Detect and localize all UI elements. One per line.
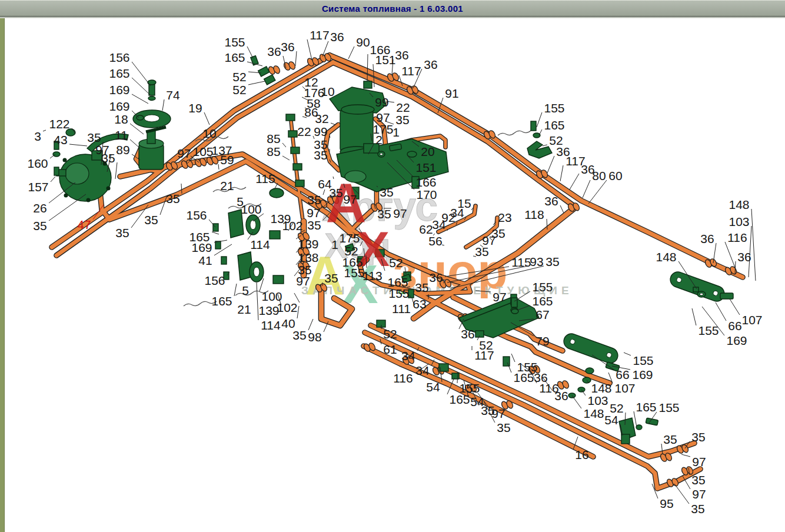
part-number-label[interactable]: 35 (691, 473, 705, 487)
part-number-label[interactable]: 35 (115, 226, 129, 240)
part-number-label[interactable]: 5 (242, 284, 249, 297)
part-number-label[interactable]: 52 (389, 256, 403, 270)
part-number-label[interactable]: 118 (524, 208, 544, 221)
part-number-label[interactable]: 36 (281, 40, 294, 54)
part-number-label[interactable]: 35 (33, 219, 46, 232)
part-number-label[interactable]: 34 (432, 218, 446, 231)
part-number-label[interactable]: 148 (591, 381, 611, 395)
part-number-label[interactable]: 97 (343, 192, 357, 206)
part-number-label[interactable]: 35 (144, 213, 158, 227)
part-number-label[interactable]: 15 (457, 197, 471, 210)
part-number-label[interactable]: 26 (33, 201, 46, 215)
strap-plate-lower[interactable] (561, 331, 620, 365)
part-number-label[interactable]: 169 (726, 334, 747, 347)
part-number-label[interactable]: 139 (298, 237, 318, 251)
part-number-label[interactable]: 155 (698, 324, 719, 337)
part-number-label[interactable]: 155 (544, 101, 564, 115)
part-number-label[interactable]: 52 (232, 70, 246, 84)
part-number-label[interactable]: 155 (658, 401, 679, 414)
part-number-label[interactable]: 52 (383, 327, 397, 341)
part-number-label[interactable]: 36 (700, 232, 714, 245)
part-number-label[interactable]: 139 (258, 304, 279, 317)
part-number-label[interactable]: 117 (474, 348, 494, 362)
part-number-label[interactable]: 1 (392, 125, 400, 139)
part-number-label[interactable]: 67 (535, 308, 549, 321)
part-number-label[interactable]: 23 (498, 211, 511, 224)
part-number-label[interactable]: 36 (395, 48, 408, 62)
part-number-label[interactable]: 115 (255, 172, 275, 185)
part-number-label[interactable]: 155 (532, 280, 553, 294)
part-number-label[interactable]: 47 (77, 218, 91, 231)
fuel-system-diagram[interactable]: Аргус Ход А Х знор ЗАПЧАСТИ & КОМПЛЕКТУЮ… (0, 0, 785, 532)
part-number-label[interactable]: 56 (428, 234, 442, 248)
part-number-label[interactable]: 103 (729, 215, 749, 228)
part-number-label[interactable]: 80 (592, 169, 606, 182)
part-number-label[interactable]: 21 (237, 302, 251, 316)
part-number-label[interactable]: 20 (421, 145, 434, 158)
part-number-label[interactable]: 10 (321, 85, 334, 98)
part-number-label[interactable]: 35 (307, 193, 321, 207)
part-number-label[interactable]: 117 (310, 28, 329, 42)
part-number-label[interactable]: 91 (445, 87, 458, 100)
part-number-label[interactable]: 66 (728, 319, 741, 332)
part-number-label[interactable]: 166 (415, 175, 436, 189)
part-number-label[interactable]: 138 (298, 251, 318, 264)
part-number-label[interactable]: 169 (632, 368, 653, 381)
part-number-label[interactable]: 19 (188, 101, 202, 115)
part-number-label[interactable]: 22 (297, 125, 311, 138)
part-number-label[interactable]: 89 (116, 143, 129, 157)
part-number-label[interactable]: 114 (250, 238, 270, 251)
part-number-label[interactable]: 21 (220, 179, 234, 192)
part-number-label[interactable]: 16 (575, 448, 588, 461)
part-number-label[interactable]: 35 (324, 271, 338, 285)
part-number-label[interactable]: 97 (692, 487, 706, 501)
part-number-label[interactable]: 155 (388, 287, 409, 300)
part-number-label[interactable]: 97 (296, 274, 310, 288)
part-number-label[interactable]: 117 (401, 64, 421, 78)
part-number-label[interactable]: 113 (362, 269, 382, 282)
part-number-label[interactable]: 100 (241, 202, 261, 216)
part-number-label[interactable]: 2 (375, 133, 382, 147)
part-number-label[interactable]: 35 (314, 148, 327, 162)
part-number-label[interactable]: 175 (339, 231, 360, 245)
part-number-label[interactable]: 41 (198, 254, 212, 267)
part-number-label[interactable]: 36 (330, 30, 344, 44)
part-number-label[interactable]: 165 (109, 66, 129, 80)
part-number-label[interactable]: 35 (415, 281, 428, 294)
part-number-label[interactable]: 148 (656, 250, 676, 264)
part-number-label[interactable]: 61 (383, 343, 397, 356)
part-number-label[interactable]: 169 (109, 83, 129, 97)
part-number-label[interactable]: 36 (424, 58, 437, 71)
part-number-label[interactable]: 102 (277, 301, 297, 314)
part-number-label[interactable]: 66 (616, 368, 629, 381)
part-number-label[interactable]: 165 (224, 51, 245, 64)
part-number-label[interactable]: 98 (308, 330, 321, 344)
part-number-label[interactable]: 151 (415, 161, 436, 174)
part-number-label[interactable]: 22 (396, 101, 410, 114)
part-number-label[interactable]: 35 (691, 502, 704, 516)
part-number-label[interactable]: 11 (115, 128, 128, 142)
part-number-label[interactable]: 103 (587, 394, 608, 407)
part-number-label[interactable]: 85 (267, 145, 280, 158)
part-number-label[interactable]: 18 (114, 112, 128, 126)
bracket-cluster-lower[interactable] (221, 252, 284, 284)
part-number-label[interactable]: 35 (663, 433, 677, 446)
part-number-label[interactable]: 52 (232, 83, 246, 97)
part-number-label[interactable]: 85 (267, 132, 280, 145)
part-number-label[interactable]: 97 (393, 207, 407, 220)
part-number-label[interactable]: 105 (192, 145, 213, 158)
part-number-label[interactable]: 35 (329, 186, 342, 200)
pump-flange[interactable] (133, 80, 171, 128)
part-number-label[interactable]: 10 (202, 127, 216, 140)
part-number-label[interactable]: 97 (177, 147, 191, 160)
part-number-label[interactable]: 155 (224, 35, 245, 49)
part-number-label[interactable]: 35 (307, 218, 321, 232)
part-number-label[interactable]: 170 (416, 188, 437, 201)
part-number-label[interactable]: 97 (692, 455, 706, 468)
part-number-label[interactable]: 99 (375, 95, 388, 109)
part-number-label[interactable]: 165 (544, 118, 564, 132)
part-number-label[interactable]: 157 (28, 180, 48, 194)
part-number-label[interactable]: 151 (375, 53, 395, 66)
part-number-label[interactable]: 114 (261, 318, 281, 332)
part-number-label[interactable]: 111 (392, 302, 411, 315)
